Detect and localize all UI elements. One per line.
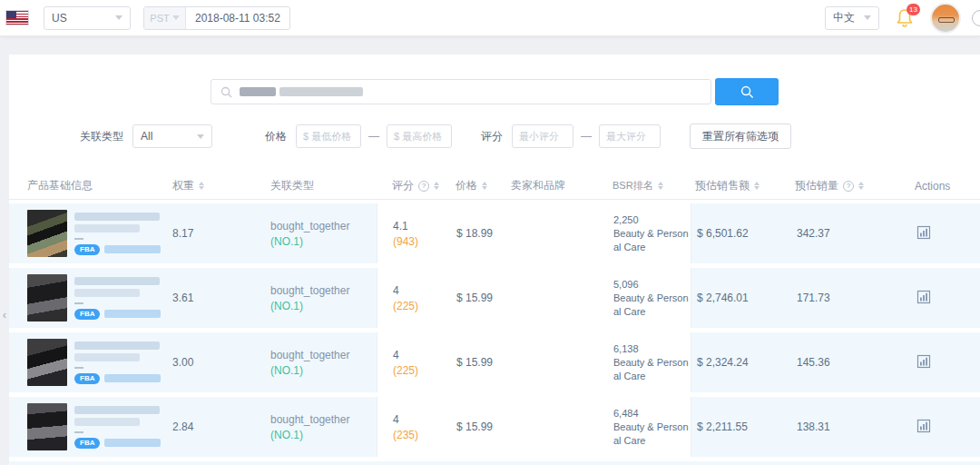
weight-cell: 8.17 [163,227,259,240]
redacted-brand [74,367,83,369]
header-rating: 评分 [377,178,440,193]
bsr-rank-value: 6,138 [613,342,691,356]
relation-type-cell: bought_together (NO.1) [259,284,377,312]
filter-row: 关联类型 All 价格 — 评分 — 重置所有筛选项 [80,124,980,149]
price-min-input[interactable] [296,124,361,148]
search-row [9,78,980,105]
bsr-category: Beauty & Personal Care [613,292,693,319]
redacted-product-title[interactable] [74,277,160,285]
rating-filter-label: 评分 [481,129,503,144]
timezone-select[interactable]: PST [144,7,186,29]
redacted-asin-link[interactable] [104,245,161,253]
price-range-dash: — [368,130,379,143]
redacted-product-title[interactable] [74,213,160,221]
estimated-sales-value: 145.36 [797,356,830,369]
redacted-product-title [74,289,140,297]
redacted-asin-link[interactable] [104,374,161,382]
actions-cell [907,225,964,242]
table-body: FBA 8.17 bought_together (NO.1) 4.1 (943… [9,203,980,457]
rating-cell: 4.1 (943) [377,220,441,248]
relation-type-value: bought_together [270,220,377,232]
notifications-button[interactable]: 13 [896,7,916,29]
estimated-sales-cell: 145.36 [789,356,907,369]
help-icon[interactable] [843,181,854,192]
sidebar-collapse-handle[interactable]: ‹ [0,305,9,325]
weight-value: 3.00 [172,356,193,369]
actions-cell [907,419,964,436]
relation-rank-value: (NO.1) [270,364,377,377]
relation-rank-value: (NO.1) [270,300,377,312]
estimated-sales-cell: 171.73 [789,292,907,304]
bsr-rank-cell: 2,250 Beauty & Personal Care [599,213,691,254]
help-icon[interactable] [418,181,429,192]
sort-icon[interactable] [658,182,663,190]
sales-trend-chart-icon[interactable] [916,290,931,304]
table-row: FBA 3.61 bought_together (NO.1) 4 (225) … [9,268,980,328]
history-clock-icon[interactable] [972,10,980,26]
estimated-revenue-value: $ 2,211.55 [697,420,748,433]
actions-cell [907,290,964,307]
redacted-search-text [279,87,363,96]
weight-value: 3.61 [172,292,193,304]
sales-trend-chart-icon[interactable] [916,354,931,369]
rating-cell: 4 (225) [377,284,441,312]
relation-type-select[interactable]: All [132,124,212,148]
price-value: $ 15.99 [456,292,493,304]
avatar[interactable] [930,3,961,34]
redacted-asin-link[interactable] [104,310,161,318]
rating-max-input[interactable] [599,124,661,148]
table-row: FBA 8.17 bought_together (NO.1) 4.1 (943… [9,203,980,263]
redacted-product-title [74,353,140,361]
search-button[interactable] [715,78,779,105]
relation-type-value: bought_together [270,413,377,426]
redacted-brand [74,431,83,433]
reset-filters-button[interactable]: 重置所有筛选项 [690,124,791,149]
rating-value: 4.1 [393,220,441,232]
price-filter-label: 价格 [265,129,287,144]
product-image[interactable] [27,210,67,257]
bsr-category: Beauty & Personal Care [613,420,693,448]
chevron-down-icon [172,15,180,20]
rating-value: 4 [393,284,441,297]
estimated-sales-value: 138.31 [797,420,830,433]
estimated-revenue-value: $ 6,501.62 [697,227,749,240]
redacted-product-title[interactable] [74,341,160,350]
sort-icon[interactable] [482,182,487,190]
redacted-brand [74,238,83,240]
product-image[interactable] [27,274,67,322]
datetime-value[interactable]: 2018-08-11 03:52 [186,12,289,25]
redacted-product-title[interactable] [74,406,160,414]
product-info-cell: FBA [27,339,163,386]
fba-badge: FBA [74,373,100,384]
country-select[interactable]: US [44,6,131,30]
relation-type-cell: bought_together (NO.1) [259,220,377,248]
timezone-select-value: PST [150,13,169,24]
rating-count: (943) [393,235,441,248]
sort-icon[interactable] [858,182,864,190]
price-value: $ 15.99 [456,356,493,369]
weight-value: 8.17 [172,227,193,240]
redacted-asin-link[interactable] [104,439,161,447]
sales-trend-chart-icon[interactable] [916,225,931,240]
estimated-revenue-value: $ 2,324.24 [697,356,749,369]
price-value: $ 18.99 [456,227,493,240]
sort-icon[interactable] [199,182,204,190]
fba-badge: FBA [74,309,100,320]
sales-trend-chart-icon[interactable] [916,419,931,433]
sort-icon[interactable] [434,182,439,190]
sort-icon[interactable] [754,182,760,190]
rating-min-input[interactable] [512,124,573,148]
language-select-value: 中文 [833,10,855,25]
redacted-product-title [74,224,140,232]
product-image[interactable] [27,403,67,450]
header-actions: Actions [906,180,962,193]
redacted-search-text [240,87,276,96]
search-input[interactable] [211,79,711,104]
weight-value: 2.84 [172,420,193,433]
header-product-info: 产品基础信息 [27,178,163,193]
price-max-input[interactable] [387,124,452,148]
product-image[interactable] [27,339,67,386]
actions-cell [907,354,964,371]
language-select[interactable]: 中文 [825,6,879,30]
weight-cell: 2.84 [163,420,259,433]
